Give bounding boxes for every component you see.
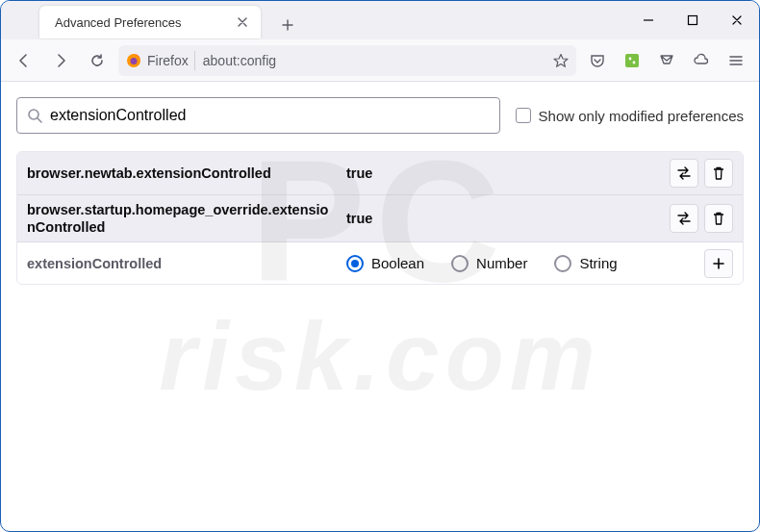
arrow-right-icon (52, 52, 69, 69)
nav-back-button[interactable] (9, 45, 39, 76)
plus-icon (281, 18, 294, 32)
toggle-button[interactable] (670, 159, 698, 188)
search-input[interactable] (50, 107, 490, 124)
svg-point-2 (131, 58, 138, 64)
window-close-button[interactable] (715, 1, 759, 39)
radio-boolean[interactable]: Boolean (346, 255, 424, 272)
trash-icon (711, 211, 726, 226)
url-bar[interactable]: Firefox about:config (118, 45, 576, 76)
swap-icon (675, 165, 693, 182)
radio-label: String (579, 255, 617, 271)
search-icon (27, 108, 42, 123)
radio-label: Boolean (371, 255, 424, 271)
pref-name: browser.newtab.extensionControlled (27, 165, 335, 182)
trash-icon (711, 165, 726, 181)
svg-point-5 (633, 61, 636, 63)
checkbox-icon (516, 108, 531, 123)
search-box[interactable] (16, 97, 500, 134)
svg-rect-0 (689, 16, 697, 25)
close-icon (731, 14, 743, 26)
plus-icon (712, 257, 725, 270)
titlebar: Advanced Preferences (1, 1, 759, 39)
firefox-logo-icon (126, 53, 141, 68)
svg-rect-3 (625, 54, 639, 67)
tabs-strip: Advanced Preferences (1, 6, 301, 38)
toggle-button[interactable] (670, 204, 698, 233)
maximize-icon (687, 14, 698, 26)
cloud-sync-icon (693, 52, 710, 69)
nav-forward-button[interactable] (45, 45, 76, 76)
new-pref-name: extensionControlled (27, 255, 335, 272)
pref-value: true (346, 165, 658, 181)
radio-icon (554, 255, 571, 272)
close-icon (237, 16, 248, 28)
radio-icon (451, 255, 469, 272)
window-controls (626, 1, 759, 39)
nav-reload-button[interactable] (82, 45, 113, 76)
puzzle-icon (624, 53, 640, 68)
pref-name: browser.startup.homepage_override.extens… (27, 201, 335, 236)
about-config-content: Show only modified preferences browser.n… (1, 82, 759, 531)
show-only-modified-checkbox[interactable]: Show only modified preferences (516, 108, 744, 124)
radio-label: Number (476, 255, 527, 271)
extension-button[interactable] (617, 45, 647, 76)
radio-icon (346, 255, 364, 272)
hamburger-icon (728, 53, 744, 68)
pocket-button[interactable] (582, 45, 613, 76)
arrow-left-icon (15, 52, 33, 69)
pref-row: browser.newtab.extensionControlled true (17, 152, 743, 194)
inbox-icon (658, 52, 675, 69)
add-pref-button[interactable] (704, 249, 733, 278)
tab-advanced-preferences[interactable]: Advanced Preferences (39, 6, 261, 38)
tab-close-button[interactable] (234, 13, 251, 31)
app-menu-button[interactable] (721, 45, 751, 76)
window-minimize-button[interactable] (626, 1, 671, 39)
radio-number[interactable]: Number (451, 255, 527, 272)
star-icon (553, 53, 569, 68)
pref-value: true (346, 211, 658, 226)
prefs-table: browser.newtab.extensionControlled true … (16, 151, 744, 285)
new-pref-row: extensionControlled Boolean Number Strin… (17, 241, 743, 284)
account-button[interactable] (686, 45, 717, 76)
swap-icon (675, 210, 693, 227)
inbox-button[interactable] (651, 45, 682, 76)
window-maximize-button[interactable] (671, 1, 715, 39)
radio-string[interactable]: String (554, 255, 617, 272)
tab-title: Advanced Preferences (55, 15, 226, 30)
url-identity-label: Firefox (147, 53, 189, 68)
svg-point-4 (629, 57, 632, 60)
delete-button[interactable] (704, 159, 733, 188)
minimize-icon (643, 14, 654, 26)
pocket-icon (589, 52, 606, 69)
url-text: about:config (203, 53, 276, 68)
nav-toolbar: Firefox about:config (1, 39, 759, 82)
url-identity-box[interactable]: Firefox (126, 51, 195, 70)
checkbox-label: Show only modified preferences (539, 108, 744, 124)
new-pref-type-radios: Boolean Number String (346, 255, 693, 272)
delete-button[interactable] (704, 204, 733, 233)
new-tab-button[interactable] (274, 12, 301, 38)
bookmark-button[interactable] (553, 53, 569, 68)
pref-row: browser.startup.homepage_override.extens… (17, 194, 743, 241)
reload-icon (89, 52, 106, 69)
